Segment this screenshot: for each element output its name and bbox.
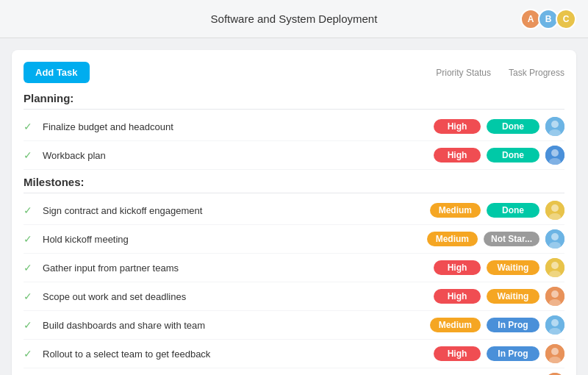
status-badge: Waiting	[487, 260, 539, 275]
status-badge: In Prog	[487, 346, 539, 361]
row-avatar	[545, 344, 564, 363]
main-content: Add Task Priority Status Task Progress P…	[0, 38, 588, 375]
task-right: HighWaiting	[417, 287, 564, 306]
priority-badge: Medium	[430, 203, 481, 218]
priority-badge: High	[434, 119, 481, 134]
row-avatar	[545, 146, 564, 165]
priority-badge: High	[434, 289, 481, 304]
task-name: Scope out work and set deadlines	[43, 291, 412, 302]
task-row: ✓Scope out work and set deadlinesHighWai…	[24, 282, 564, 311]
card: Add Task Priority Status Task Progress P…	[12, 50, 576, 375]
task-right: MediumIn Prog	[417, 315, 564, 335]
task-row: ✓Workback planHighDone	[24, 141, 564, 170]
top-bar-avatars: ABC	[520, 9, 576, 29]
top-bar: Software and System Deployment ABC	[0, 0, 588, 38]
task-row: ✓Finalize budget and headcountHighDone	[24, 113, 564, 141]
add-task-button[interactable]: Add Task	[24, 62, 90, 83]
row-avatar	[545, 258, 564, 277]
row-avatar	[545, 287, 564, 306]
task-right: HighIn Prog	[417, 344, 564, 363]
row-avatar	[545, 117, 564, 136]
top-avatar-2: C	[556, 9, 576, 29]
status-badge: Not Star...	[484, 232, 539, 246]
section-title-1: Milestones:	[24, 176, 564, 193]
column-headers: Priority Status Task Progress	[436, 68, 564, 78]
check-icon: ✓	[24, 233, 37, 245]
task-right: HighDone	[417, 117, 564, 136]
task-name: Build dashboards and share with team	[43, 320, 412, 331]
task-name: Hold kickoff meeting	[43, 234, 412, 245]
svg-point-7	[551, 204, 559, 212]
priority-badge: Medium	[427, 232, 478, 246]
task-row: ✓Rollout to a select team to get feedbac…	[24, 340, 564, 368]
task-row: ✓Implement feedback based on team feedba…	[24, 368, 564, 375]
status-badge: In Prog	[487, 318, 539, 332]
svg-point-1	[551, 121, 559, 128]
task-right: MediumNot Star...	[417, 229, 564, 249]
priority-badge: High	[434, 346, 481, 361]
page-title: Software and System Deployment	[211, 12, 378, 25]
svg-point-22	[551, 348, 559, 355]
svg-point-19	[551, 319, 559, 326]
check-icon: ✓	[24, 319, 37, 331]
check-icon: ✓	[24, 290, 37, 302]
task-name: Workback plan	[43, 150, 412, 161]
priority-badge: High	[434, 260, 481, 275]
task-row: ✓Sign contract and kickoff engagementMed…	[24, 196, 564, 225]
task-name: Rollout to a select team to get feedback	[43, 349, 412, 360]
task-right: HighDone	[417, 146, 564, 165]
priority-badge: High	[434, 148, 481, 162]
svg-point-4	[551, 149, 559, 157]
task-row: ✓Hold kickoff meetingMediumNot Star...	[24, 225, 564, 254]
task-progress-header: Task Progress	[509, 68, 564, 78]
task-right: MediumDone	[417, 201, 564, 220]
status-badge: Done	[487, 148, 539, 162]
task-name: Finalize budget and headcount	[43, 121, 412, 132]
svg-point-13	[551, 262, 559, 269]
task-name: Gather input from partner teams	[43, 262, 412, 274]
task-right: HighWaiting	[417, 258, 564, 277]
row-avatar	[545, 201, 564, 220]
svg-point-10	[551, 233, 559, 240]
svg-point-16	[551, 290, 559, 298]
check-icon: ✓	[24, 121, 37, 132]
status-badge: Done	[487, 119, 539, 134]
task-row: ✓Build dashboards and share with teamMed…	[24, 311, 564, 340]
section-title-0: Planning:	[24, 92, 564, 110]
task-row: ✓Gather input from partner teamsHighWait…	[24, 254, 564, 282]
status-badge: Done	[487, 203, 539, 218]
check-icon: ✓	[24, 262, 37, 274]
toolbar: Add Task Priority Status Task Progress	[24, 62, 564, 83]
priority-badge: Medium	[430, 318, 481, 332]
task-name: Sign contract and kickoff engagement	[43, 205, 412, 216]
check-icon: ✓	[24, 204, 37, 216]
check-icon: ✓	[24, 348, 37, 360]
status-badge: Waiting	[487, 289, 539, 304]
row-avatar	[545, 229, 564, 249]
row-avatar	[545, 315, 564, 335]
priority-status-header: Priority Status	[436, 68, 491, 78]
check-icon: ✓	[24, 149, 37, 161]
